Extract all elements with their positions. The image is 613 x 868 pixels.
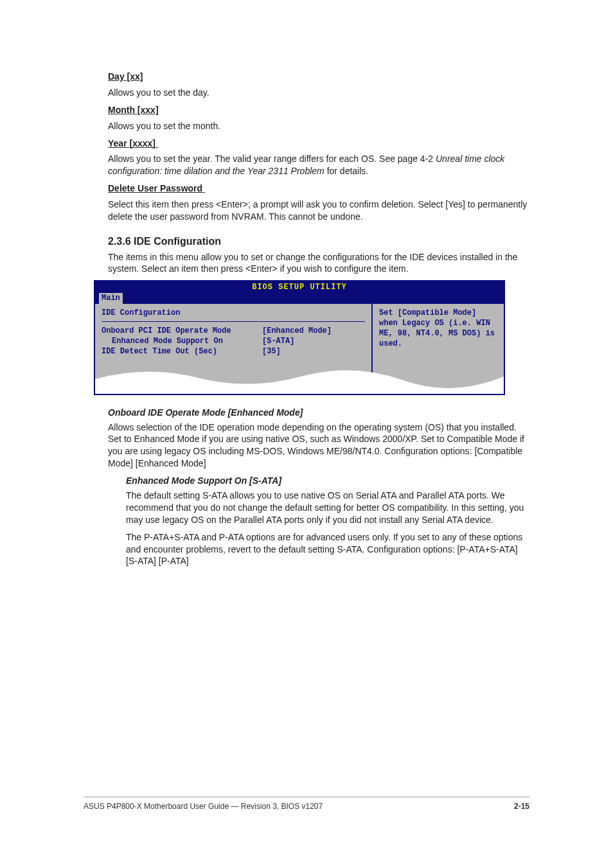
bios-row-label: IDE Detect Time Out (Sec) — [102, 346, 262, 357]
page-footer: ASUS P4P800-X Motherboard User Guide — R… — [84, 797, 529, 811]
bios-hr — [102, 321, 365, 322]
bios-config-title: IDE Configuration — [102, 308, 365, 318]
ext-marker-icon — [158, 141, 163, 146]
bios-tab-main: Main — [99, 293, 123, 303]
month-body: Allows you to set the month. — [108, 120, 531, 132]
bios-right-pane: Set [Compatible Mode] when Legacy OS (i.… — [373, 304, 504, 394]
delete-pw-title: Delete User Password — [108, 182, 531, 195]
bios-row-label: Enhanced Mode Support On — [102, 336, 262, 346]
day-body: Allows you to set the day. — [108, 87, 531, 99]
enh-support-title: Enhanced Mode Support On [S-ATA] — [126, 475, 531, 487]
bios-row-label: Onboard PCI IDE Operate Mode — [102, 326, 262, 336]
bios-left-pane: IDE Configuration Onboard PCI IDE Operat… — [95, 304, 371, 394]
bios-row: IDE Detect Time Out (Sec) [35] — [102, 346, 365, 357]
bios-screenshot: BIOS SETUP UTILITY Main IDE Configuratio… — [94, 280, 505, 394]
bios-row-value: [35] — [262, 346, 281, 357]
bios-row: Onboard PCI IDE Operate Mode [Enhanced M… — [102, 326, 365, 336]
bios-row-value: [Enhanced Mode] — [262, 326, 332, 336]
ide-config-body: The items in this menu allow you to set … — [108, 251, 531, 276]
year-title-text: Year [xxxx] — [108, 138, 155, 148]
pci-ide-title: Onboard IDE Operate Mode [Enhanced Mode] — [108, 407, 531, 419]
pci-ide-body: Allows selection of the IDE operation mo… — [108, 421, 531, 470]
bios-tab-bar: Main — [95, 293, 504, 303]
year-title: Year [xxxx] — [108, 137, 531, 150]
delete-pw-title-text: Delete User Password — [108, 183, 202, 193]
month-title: Month [xxx] — [108, 104, 531, 116]
bios-row-value: [S-ATA] — [262, 336, 294, 346]
bios-title: BIOS SETUP UTILITY — [95, 281, 504, 293]
day-title: Day [xx] — [108, 71, 531, 83]
footer-manual: ASUS P4P800-X Motherboard User Guide — R… — [84, 801, 323, 811]
bios-row: Enhanced Mode Support On [S-ATA] — [102, 336, 365, 346]
year-body-suffix: for details. — [327, 166, 369, 176]
year-body-prefix: Allows you to set the year. The valid ye… — [108, 154, 436, 164]
ide-config-heading: 2.3.6 IDE Configuration — [108, 235, 531, 249]
delete-pw-body: Select this item then press <Enter>; a p… — [108, 199, 531, 223]
ext-marker-icon — [205, 186, 210, 191]
enh-support-body1: The default setting S-ATA allows you to … — [126, 490, 531, 526]
enh-support-body2: The P-ATA+S-ATA and P-ATA options are fo… — [126, 531, 531, 568]
footer-page-number: 2-15 — [514, 802, 529, 811]
year-body: Allows you to set the year. The valid ye… — [108, 153, 531, 177]
